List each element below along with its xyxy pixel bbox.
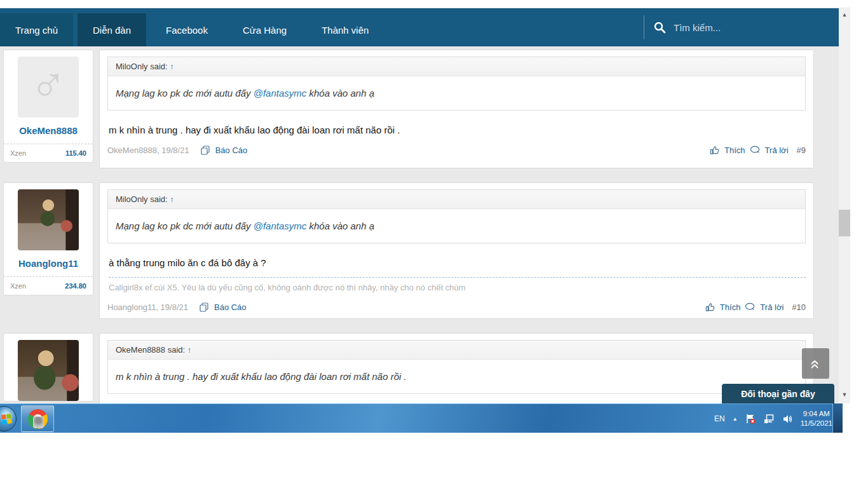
screen: Trang chủ Diễn đàn Facebook Cửa Hàng Thà… <box>0 0 868 488</box>
post-10: Hoanglong11 Xzen 234.80 MiloOnly said: ↑… <box>3 182 814 319</box>
recent-conversations-bar[interactable]: Đối thoại gần đây <box>722 384 834 404</box>
stat-value: 115.40 <box>65 149 86 157</box>
nav-divider <box>644 15 644 39</box>
scroll-to-top-button[interactable]: « <box>802 348 829 379</box>
quote-body: Mạng lag ko pk dc mới autu đấy @fantasym… <box>108 76 805 110</box>
clock-date: 11/5/2021 <box>801 419 832 428</box>
start-button[interactable] <box>0 406 17 431</box>
stat-label: Xzen <box>10 149 26 157</box>
quote-jump-arrow[interactable]: ↑ <box>187 345 192 355</box>
message-panel: OkeMen8888 said: ↑ m k nhìn à trung . ha… <box>99 333 814 403</box>
report-link[interactable]: Báo Cáo <box>214 302 247 312</box>
post-footer: Hoanglong11, 19/8/21 Báo Cáo Thích <box>107 302 806 312</box>
quote-jump-arrow[interactable]: ↑ <box>170 62 174 71</box>
language-indicator[interactable]: EN <box>714 414 725 423</box>
taskbar-clock[interactable]: 9:04 AM 11/5/2021 <box>801 409 832 428</box>
show-desktop-button[interactable] <box>832 403 843 433</box>
quote-attribution: MiloOnly said: <box>116 62 168 71</box>
quote-header[interactable]: OkeMen8888 said: ↑ <box>108 341 805 360</box>
mention-link[interactable]: @fantasymc <box>254 220 307 231</box>
nav-tab-home[interactable]: Trang chủ <box>0 13 73 46</box>
post-number-link[interactable]: #9 <box>797 146 806 155</box>
quote-block: MiloOnly said: ↑ Mạng lag ko pk dc mới a… <box>107 57 806 111</box>
nav-tab-store[interactable]: Cửa Hàng <box>227 13 302 46</box>
scrollbar-thumb[interactable] <box>839 210 850 236</box>
nav-tab-facebook[interactable]: Facebook <box>151 13 223 46</box>
quote-header[interactable]: MiloOnly said: ↑ <box>108 57 805 76</box>
network-icon[interactable] <box>764 414 775 424</box>
stat-label: Xzen <box>10 282 26 290</box>
scrollbar-up-arrow[interactable]: ▲ <box>839 10 850 20</box>
volume-icon[interactable] <box>782 414 793 424</box>
post-message: m k nhìn à trung . hay đi xuất khẩu lao … <box>109 125 806 135</box>
avatar-photo[interactable] <box>18 189 79 250</box>
reply-icon <box>745 302 756 312</box>
forum-navbar: Trang chủ Diễn đàn Facebook Cửa Hàng Thà… <box>0 8 839 46</box>
mention-link[interactable]: @fantasymc <box>254 88 307 98</box>
system-tray: EN ▲ <box>714 404 832 433</box>
search-area <box>644 15 826 40</box>
chrome-profile-avatar <box>33 416 44 428</box>
reply-icon <box>750 146 761 155</box>
signature-text: Callgirl8x ef cùi X5. Yêu là dù yếu cũng… <box>109 283 806 292</box>
message-panel: MiloOnly said: ↑ Mạng lag ko pk dc mới a… <box>99 182 814 319</box>
post-11-partial: OkeMen8888 said: ↑ m k nhìn à trung . ha… <box>3 333 814 403</box>
user-card: Hoanglong11 Xzen 234.80 <box>3 182 93 295</box>
scrollbar-down-arrow[interactable]: ▼ <box>839 390 850 400</box>
windows-taskbar: EN ▲ <box>0 403 843 433</box>
quote-attribution: OkeMen8888 said: <box>116 345 185 355</box>
nav-tab-forum[interactable]: Diễn đàn <box>78 13 146 46</box>
quote-body: m k nhìn à trung . hay đi xuất khẩu lao … <box>108 360 805 393</box>
report-icon <box>200 146 211 155</box>
message-panel: MiloOnly said: ↑ Mạng lag ko pk dc mới a… <box>99 50 814 168</box>
search-input[interactable] <box>674 22 826 33</box>
avatar-male-icon[interactable]: ♂ <box>18 57 79 118</box>
quote-block: MiloOnly said: ↑ Mạng lag ko pk dc mới a… <box>107 189 806 243</box>
browser-scrollbar[interactable]: ▲ ▼ <box>839 8 850 403</box>
post-message: à thằng trung milo ăn c đá bô đây à ? <box>109 257 806 268</box>
nav-tab-members[interactable]: Thành viên <box>306 13 384 46</box>
like-icon <box>705 302 715 312</box>
post-author-date[interactable]: Hoanglong11, 19/8/21 <box>107 302 188 312</box>
user-card <box>3 333 93 402</box>
quote-body: Mạng lag ko pk dc mới autu đấy @fantasym… <box>108 209 805 243</box>
like-link[interactable]: Thích <box>720 302 741 312</box>
thread-content: ♂ OkeMen8888 Xzen 115.40 MiloOnly said: … <box>0 46 839 403</box>
action-center-flag-icon[interactable] <box>745 414 756 424</box>
post-9: ♂ OkeMen8888 Xzen 115.40 MiloOnly said: … <box>3 50 814 168</box>
avatar-photo[interactable] <box>18 340 79 401</box>
reply-link[interactable]: Trả lời <box>760 302 783 312</box>
browser-viewport: Trang chủ Diễn đàn Facebook Cửa Hàng Thà… <box>0 0 850 403</box>
report-icon <box>199 302 210 312</box>
reply-link[interactable]: Trả lời <box>765 146 789 155</box>
signature-divider <box>109 277 806 278</box>
search-icon[interactable] <box>653 21 666 34</box>
username-link[interactable]: Hoanglong11 <box>4 250 93 276</box>
user-stat-row: Xzen 234.80 <box>4 276 93 295</box>
quote-header[interactable]: MiloOnly said: ↑ <box>108 190 805 209</box>
chrome-taskbar-button[interactable] <box>21 405 54 432</box>
nav-tabs: Trang chủ Diễn đàn Facebook Cửa Hàng Thà… <box>0 13 384 46</box>
browser-top-strip <box>0 0 850 8</box>
stat-value: 234.80 <box>65 282 86 290</box>
user-stat-row: Xzen 115.40 <box>4 144 93 162</box>
like-icon <box>709 146 720 155</box>
post-number-link[interactable]: #10 <box>792 302 806 312</box>
quote-attribution: MiloOnly said: <box>116 194 168 204</box>
username-link[interactable]: OkeMen8888 <box>4 118 93 144</box>
post-footer: OkeMen8888, 19/8/21 Báo Cáo Thích <box>107 146 806 155</box>
double-chevron-up-icon: « <box>808 360 824 367</box>
report-link[interactable]: Báo Cáo <box>215 146 248 155</box>
post-author-date[interactable]: OkeMen8888, 19/8/21 <box>107 146 189 155</box>
user-card: ♂ OkeMen8888 Xzen 115.40 <box>3 50 93 163</box>
clock-time: 9:04 AM <box>801 409 832 419</box>
quote-jump-arrow[interactable]: ↑ <box>170 194 174 204</box>
windows-logo-icon <box>1 414 13 425</box>
like-link[interactable]: Thích <box>724 146 745 155</box>
show-hidden-icons-button[interactable]: ▲ <box>733 416 738 422</box>
quote-block: OkeMen8888 said: ↑ m k nhìn à trung . ha… <box>107 340 806 394</box>
